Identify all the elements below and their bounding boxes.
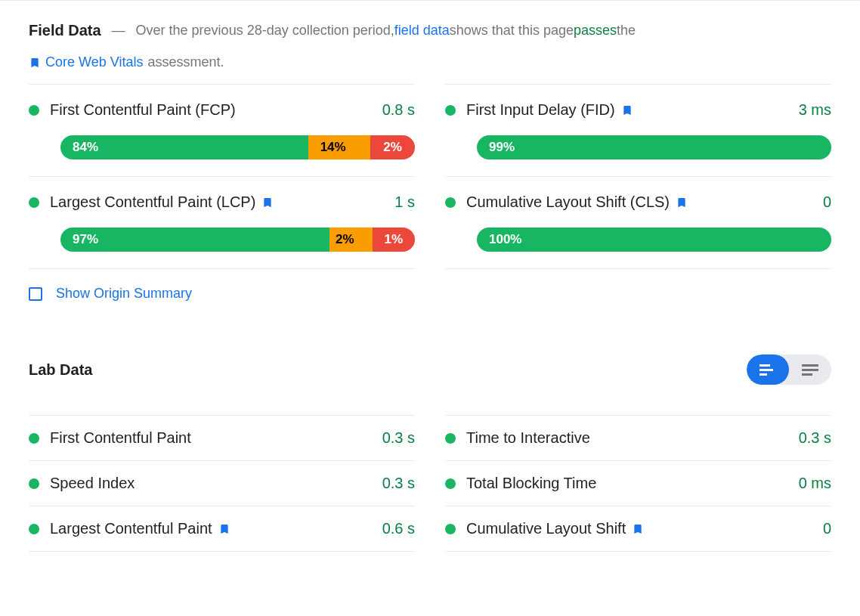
lab-data-header: Lab Data [29, 354, 831, 385]
status-dot-icon [445, 105, 456, 116]
metric-name-text: Cumulative Layout Shift (CLS) [466, 193, 670, 211]
passes-text: passes [574, 23, 617, 39]
status-dot-icon [445, 197, 456, 208]
lab-metric-tti[interactable]: Time to Interactive 0.3 s [445, 415, 831, 460]
lab-name-text: First Contentful Paint [50, 429, 191, 447]
lab-value: 0.3 s [799, 429, 831, 447]
lab-name-text: Speed Index [50, 475, 135, 492]
assessment-text: assessment. [147, 54, 224, 70]
field-data-intro-post: the [617, 23, 636, 39]
distribution-bar-fid: 99% [477, 135, 831, 159]
field-data-title: Field Data [29, 22, 101, 39]
cwv-line: Core Web Vitals assessment. [29, 54, 831, 70]
status-dot-icon [445, 524, 456, 534]
bookmark-icon [632, 522, 644, 537]
status-dot-icon [29, 478, 39, 489]
metric-name-text: Largest Contentful Paint (LCP) [50, 193, 255, 211]
checkbox-icon[interactable] [29, 287, 42, 301]
lab-metric-fcp[interactable]: First Contentful Paint 0.3 s [29, 415, 415, 460]
bookmark-icon [29, 55, 41, 70]
field-data-intro-pre: Over the previous 28-day collection peri… [136, 23, 394, 39]
show-origin-summary[interactable]: Show Origin Summary [29, 286, 831, 302]
lab-name: Time to Interactive [466, 429, 788, 447]
status-dot-icon [29, 105, 39, 116]
lab-name: First Contentful Paint [50, 429, 372, 447]
metric-value-lcp: 1 s [394, 193, 415, 211]
core-web-vitals-link[interactable]: Core Web Vitals [45, 54, 143, 70]
lab-name-text: Total Blocking Time [466, 475, 596, 492]
view-toggle [747, 354, 831, 385]
view-toggle-compact[interactable] [747, 354, 789, 385]
metric-value-fcp: 0.8 s [382, 101, 415, 119]
bookmark-icon [218, 522, 230, 537]
lab-value: 0 [823, 520, 831, 537]
lab-value: 0.3 s [382, 475, 415, 492]
lab-name: Largest Contentful Paint [50, 520, 372, 537]
status-dot-icon [29, 433, 39, 444]
bookmark-icon [261, 195, 274, 210]
lab-name: Speed Index [50, 475, 372, 492]
metric-name-cls: Cumulative Layout Shift (CLS) [466, 193, 812, 211]
metric-name-text: First Input Delay (FID) [466, 101, 615, 119]
svg-rect-2 [759, 373, 767, 376]
metric-name-text: First Contentful Paint (FCP) [50, 101, 236, 119]
lab-name-text: Cumulative Layout Shift [466, 520, 626, 537]
metric-lcp[interactable]: Largest Contentful Paint (LCP) 1 s 97% 2… [29, 177, 415, 269]
separator-dash: — [101, 23, 136, 39]
distribution-bar-lcp: 97% 2% 1% [60, 228, 415, 252]
lab-value: 0 ms [799, 475, 831, 492]
metric-name-fid: First Input Delay (FID) [466, 101, 788, 119]
lab-name: Total Blocking Time [466, 475, 788, 492]
lab-value: 0.6 s [382, 520, 415, 537]
metric-name-lcp: Largest Contentful Paint (LCP) [50, 193, 384, 211]
origin-summary-label: Show Origin Summary [56, 286, 192, 302]
lab-metrics-grid: First Contentful Paint 0.3 s Speed Index… [29, 415, 831, 552]
status-dot-icon [29, 197, 39, 208]
lab-name-text: Largest Contentful Paint [50, 520, 212, 537]
svg-rect-3 [802, 364, 818, 367]
field-metrics-grid: First Contentful Paint (FCP) 0.8 s 84% 1… [29, 84, 831, 269]
field-data-intro-mid: shows that this page [450, 23, 574, 39]
metric-value-fid: 3 ms [799, 101, 831, 119]
svg-rect-1 [759, 369, 773, 371]
dist-poor: 2% [370, 135, 415, 159]
metric-fid[interactable]: First Input Delay (FID) 3 ms 99% [445, 84, 831, 177]
lab-metric-cls[interactable]: Cumulative Layout Shift 0 [445, 506, 831, 552]
distribution-bar-cls: 100% [477, 228, 831, 252]
svg-rect-5 [802, 373, 812, 376]
metric-value-cls: 0 [823, 193, 831, 211]
dist-good: 100% [477, 228, 831, 252]
distribution-bar-fcp: 84% 14% 2% [60, 135, 415, 159]
status-dot-icon [29, 524, 39, 534]
lab-metric-si[interactable]: Speed Index 0.3 s [29, 460, 415, 506]
dist-good: 84% [60, 135, 308, 159]
lab-name: Cumulative Layout Shift [466, 520, 812, 537]
view-toggle-expanded[interactable] [789, 354, 831, 385]
lab-metric-lcp[interactable]: Largest Contentful Paint 0.6 s [29, 506, 415, 552]
svg-rect-0 [759, 364, 770, 367]
bookmark-icon [676, 195, 688, 210]
dist-good: 99% [477, 135, 831, 159]
dist-ok: 14% [308, 135, 371, 159]
status-dot-icon [445, 433, 456, 444]
dist-poor: 1% [373, 228, 416, 252]
lab-name-text: Time to Interactive [466, 429, 590, 447]
status-dot-icon [445, 478, 456, 489]
lab-metric-tbt[interactable]: Total Blocking Time 0 ms [445, 460, 831, 506]
field-data-link[interactable]: field data [394, 23, 450, 39]
metric-fcp[interactable]: First Contentful Paint (FCP) 0.8 s 84% 1… [29, 84, 415, 177]
svg-rect-4 [802, 369, 818, 371]
lab-data-title: Lab Data [29, 361, 92, 379]
dist-good: 97% [60, 228, 329, 252]
bookmark-icon [621, 103, 633, 118]
lab-value: 0.3 s [382, 429, 415, 447]
metric-cls[interactable]: Cumulative Layout Shift (CLS) 0 100% [445, 177, 831, 269]
field-data-header: Field Data — Over the previous 28-day co… [29, 22, 831, 39]
metric-name-fcp: First Contentful Paint (FCP) [50, 101, 372, 119]
dist-ok: 2% [329, 228, 373, 252]
